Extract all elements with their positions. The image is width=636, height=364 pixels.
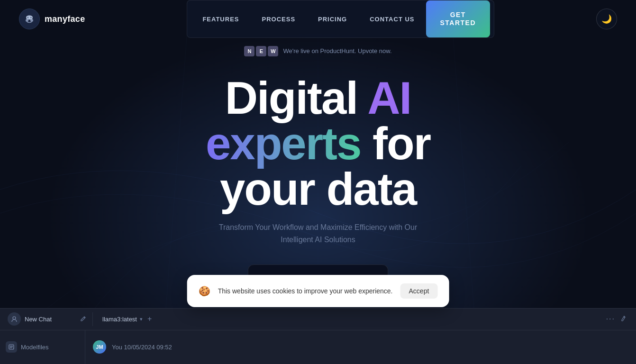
chat-compose-icon[interactable] xyxy=(621,314,628,324)
nav-process[interactable]: PROCESS xyxy=(250,7,307,31)
nav-pricing[interactable]: PRICING xyxy=(307,7,358,31)
svg-point-5 xyxy=(30,19,33,22)
modelfiles-label: Modelfiles xyxy=(21,344,49,351)
logo-text: manyface xyxy=(45,14,85,24)
chat-sidebar-top: New Chat xyxy=(8,312,93,326)
chat-main-content: JM You 10/05/2024 09:52 xyxy=(85,330,636,364)
chat-message-preview: You 10/05/2024 09:52 xyxy=(112,344,172,351)
nav-right: 🌙 xyxy=(596,9,617,29)
cookie-icon: 🍪 xyxy=(199,285,210,297)
title-line3: your data xyxy=(206,166,430,212)
title-line1: Digital AI xyxy=(206,75,430,121)
badge-n: N xyxy=(244,46,254,56)
chat-user-icon xyxy=(8,312,21,326)
nav-features[interactable]: FEATURES xyxy=(191,7,250,31)
moon-icon: 🌙 xyxy=(601,14,612,24)
new-chat-label: New Chat xyxy=(25,316,52,323)
modelfiles-icon xyxy=(6,341,17,353)
add-model-icon[interactable]: + xyxy=(147,315,152,323)
title-line2: experts for xyxy=(206,121,430,166)
nav-links: FEATURES PROCESS PRICING CONTACT US GET … xyxy=(187,0,494,38)
hero-section: N E W We're live on ProductHunt. Upvote … xyxy=(0,0,636,307)
cookie-banner: 🍪 This website uses cookies to improve y… xyxy=(187,275,449,307)
nav-contact[interactable]: CONTACT US xyxy=(358,7,426,31)
badge-e: E xyxy=(256,46,266,56)
badge-letters: N E W xyxy=(244,46,278,56)
chat-bar: New Chat llama3:latest ▾ + ··· xyxy=(0,308,636,364)
hero-subtitle: Transform Your Workflow and Maximize Eff… xyxy=(209,221,427,246)
badge-text[interactable]: We're live on ProductHunt. Upvote now. xyxy=(283,47,391,55)
cookie-accept-button[interactable]: Accept xyxy=(400,283,438,299)
navbar: manyface FEATURES PROCESS PRICING CONTAC… xyxy=(0,0,636,38)
chat-bottom-row: Modelfiles JM You 10/05/2024 09:52 xyxy=(0,330,636,364)
modelfiles-item[interactable]: Modelfiles xyxy=(0,330,85,364)
producthunt-link[interactable]: We're live on ProductHunt. Upvote now. xyxy=(283,47,391,55)
new-badge: N E W We're live on ProductHunt. Upvote … xyxy=(244,46,391,56)
chevron-down-icon: ▾ xyxy=(140,316,143,322)
logo[interactable]: manyface xyxy=(19,9,85,29)
theme-toggle-button[interactable]: 🌙 xyxy=(596,9,617,29)
chat-top-right: ··· xyxy=(606,314,628,324)
svg-point-9 xyxy=(13,317,16,319)
model-selector[interactable]: llama3:latest ▾ + xyxy=(102,315,152,323)
chat-top-row: New Chat llama3:latest ▾ + ··· xyxy=(0,309,636,330)
hero-title: Digital AI experts for your data xyxy=(206,75,430,212)
title-experts: experts xyxy=(206,118,361,169)
badge-w: W xyxy=(268,46,278,56)
svg-point-4 xyxy=(26,19,28,22)
new-chat-button[interactable]: New Chat xyxy=(8,312,52,326)
logo-icon xyxy=(19,9,40,29)
cookie-text: This website uses cookies to improve you… xyxy=(218,287,393,295)
chat-more-icon[interactable]: ··· xyxy=(606,315,615,323)
nav-cta-button[interactable]: GET STARTED xyxy=(426,0,491,37)
chat-user-avatar: JM xyxy=(93,340,106,354)
chat-edit-icon[interactable] xyxy=(80,315,87,323)
model-name: llama3:latest xyxy=(102,316,137,323)
